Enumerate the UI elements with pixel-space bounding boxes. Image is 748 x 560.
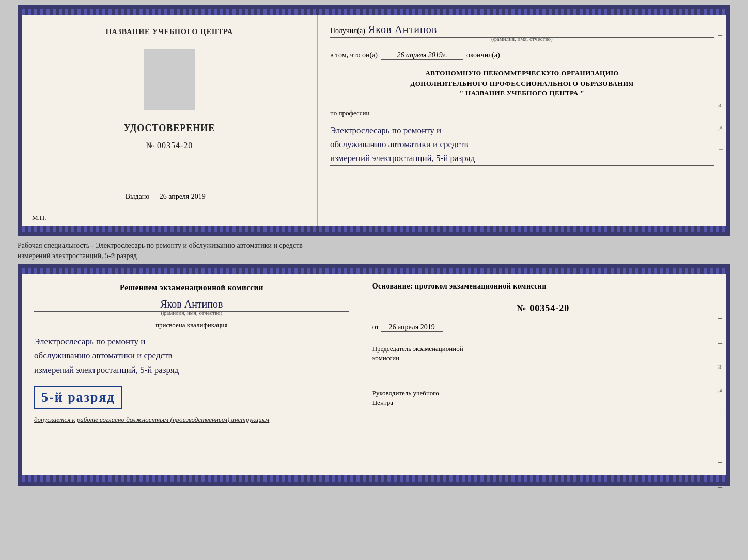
bottom-doc-left: Решением экзаменационной комиссии Яков А…: [22, 268, 360, 482]
bottom-document: Решением экзаменационной комиссии Яков А…: [18, 264, 730, 486]
commission-heading: Решением экзаменационной комиссии: [34, 282, 349, 293]
date-completed-value: 26 апреля 2019г.: [381, 51, 463, 60]
org-line1: АВТОНОМНУЮ НЕКОММЕРЧЕСКУЮ ОРГАНИЗАЦИЮ: [330, 68, 714, 78]
qual-line3: измерений электростанций, 5-й разряд: [34, 363, 349, 377]
top-document: НАЗВАНИЕ УЧЕБНОГО ЦЕНТРА УДОСТОВЕРЕНИЕ №…: [18, 5, 730, 236]
org-line3: " НАЗВАНИЕ УЧЕБНОГО ЦЕНТРА ": [330, 88, 714, 99]
foundation-label: Основание: протокол экзаменационной коми…: [372, 282, 714, 291]
allows-text-italic: работе согласно должностным (производств…: [77, 415, 269, 423]
mp-label: М.П.: [32, 214, 46, 222]
photo-placeholder: [144, 49, 195, 110]
right-side-marks-top: – – – и ,а ← –: [718, 30, 724, 177]
top-doc-left: НАЗВАНИЕ УЧЕБНОГО ЦЕНТРА УДОСТОВЕРЕНИЕ №…: [22, 9, 318, 232]
divider-line1: Рабочая специальность - Электрослесарь п…: [18, 241, 730, 251]
director-title: Руководитель учебного Центра: [372, 389, 714, 407]
profession-line1: Электрослесарь по ремонту и: [330, 123, 714, 137]
qual-line2: обслуживанию автоматики и средств: [34, 348, 349, 362]
profession-value: Электрослесарь по ремонту и обслуживанию…: [330, 123, 714, 166]
right-side-marks-bottom: – – – и ,а ← – – –: [718, 289, 724, 491]
profession-line2: обслуживанию автоматики и средств: [330, 137, 714, 151]
date-prefix: от: [372, 323, 379, 331]
rank-badge: 5-й разряд: [34, 386, 122, 409]
fio-subtitle-top: (фамилия, имя, отчество): [330, 36, 714, 42]
allows-row: допускается к работе согласно должностны…: [34, 414, 349, 425]
org-text: АВТОНОМНУЮ НЕКОММЕРЧЕСКУЮ ОРГАНИЗАЦИЮ ДО…: [330, 68, 714, 99]
signature-line-1: [372, 374, 455, 374]
profession-label: по профессии: [330, 109, 714, 117]
school-name-top: НАЗВАНИЕ УЧЕБНОГО ЦЕНТРА: [106, 28, 233, 36]
chairman-title: Председатель экзаменационной комиссии: [372, 344, 714, 363]
bottom-doc-right: Основание: протокол экзаменационной коми…: [360, 268, 726, 482]
date-completed-row: в том, что он(а) 26 апреля 2019г. окончи…: [330, 51, 714, 60]
qual-line1: Электрослесарь по ремонту и: [34, 334, 349, 348]
protocol-date: от 26 апреля 2019: [372, 323, 714, 332]
divider-line2: измерений электростанций, 5-й разряд: [18, 251, 730, 261]
qualification-value: Электрослесарь по ремонту и обслуживанию…: [34, 334, 349, 377]
org-line2: ДОПОЛНИТЕЛЬНОГО ПРОФЕССИОНАЛЬНОГО ОБРАЗО…: [330, 78, 714, 89]
date-completed-label: в том, что он(а): [330, 51, 378, 59]
date-label: Выдано: [126, 193, 150, 201]
cert-number: № 00354-20: [59, 141, 279, 152]
recipient-name: Яков Антипов: [368, 24, 437, 36]
divider-text: Рабочая специальность - Электрослесарь п…: [18, 238, 730, 262]
protocol-date-value: 26 апреля 2019: [381, 323, 443, 332]
completed-label: окончил(а): [466, 51, 500, 59]
document-wrapper: НАЗВАНИЕ УЧЕБНОГО ЦЕНТРА УДОСТОВЕРЕНИЕ №…: [18, 5, 730, 486]
signature-line-2: [372, 418, 455, 418]
fio-subtitle-bottom: (фамилия, имя, отчество): [34, 310, 349, 316]
protocol-number: № 00354-20: [372, 303, 714, 314]
top-doc-right: Получил(а) Яков Антипов – (фамилия, имя,…: [318, 9, 726, 232]
recipient-label: Получил(а): [330, 27, 365, 35]
director-section: Руководитель учебного Центра: [372, 389, 714, 420]
chairman-section: Председатель экзаменационной комиссии: [372, 344, 714, 376]
allows-text: работе согласно должностным (производств…: [77, 415, 269, 423]
profession-line3: измерений электростанций, 5-й разряд: [330, 151, 714, 165]
cert-title: УДОСТОВЕРЕНИЕ: [124, 123, 215, 134]
qualification-label: присвоена квалификация: [34, 321, 349, 329]
allows-label: допускается к: [34, 415, 75, 423]
date-value: 26 апреля 2019: [151, 193, 213, 202]
cert-date-row: Выдано 26 апреля 2019: [126, 182, 214, 202]
